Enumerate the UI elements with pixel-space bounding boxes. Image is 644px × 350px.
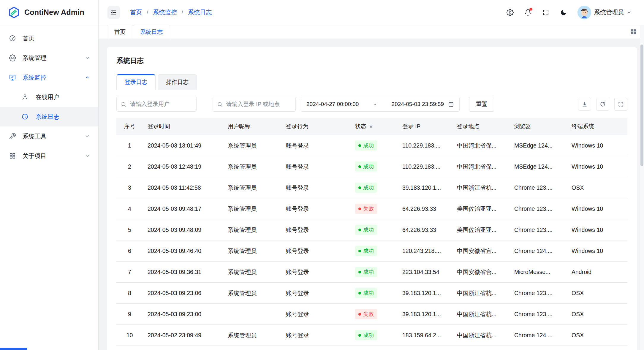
login-log-table: 序号登录时间用户昵称登录行为状态登录 IP登录地点浏览器终端系统 12024-0…	[116, 118, 627, 346]
cell-status: 失败	[350, 304, 398, 325]
filter-funnel-icon[interactable]	[369, 124, 373, 129]
brand-logo-icon	[8, 6, 20, 19]
theme-toggle-button[interactable]	[560, 9, 567, 16]
cell-status: 成功	[350, 240, 398, 262]
cell-ip: 223.104.33.54	[398, 262, 452, 283]
cell-nickname: 系统管理员	[223, 262, 281, 283]
cell-location: 中国浙江省杭...	[452, 325, 509, 346]
cell-ip: 39.183.120.1...	[398, 177, 452, 198]
chevron-up-icon	[85, 75, 90, 80]
cell-nickname: 系统管理员	[223, 219, 281, 240]
tab-login-log[interactable]: 登录日志	[116, 74, 156, 90]
sidebar-item-system-management[interactable]: 系统管理	[0, 48, 98, 68]
cell-index: 3	[116, 177, 143, 198]
cell-os: OSX	[567, 325, 627, 346]
brand[interactable]: ContiNew Admin	[0, 0, 98, 25]
cell-status: 成功	[350, 219, 398, 240]
monitor-icon	[9, 74, 16, 81]
breadcrumb-item-monitor[interactable]: 系统监控	[153, 8, 177, 16]
refresh-button[interactable]	[596, 98, 609, 111]
sidebar-item-system-monitor[interactable]: 系统监控	[0, 68, 98, 87]
search-icon	[121, 102, 126, 107]
tab-operation-log[interactable]: 操作日志	[158, 74, 197, 90]
sidebar-item-label: 关于项目	[23, 152, 85, 160]
reset-button[interactable]: 重置	[469, 97, 494, 112]
bottom-scroll-indicator	[0, 348, 27, 350]
tabstrip-actions	[630, 25, 636, 39]
sidebar-item-label: 系统管理	[23, 54, 85, 62]
breadcrumb-item-home[interactable]: 首页	[130, 8, 142, 16]
cell-os: OSX	[567, 304, 627, 325]
cell-browser: MicroMesse...	[509, 262, 567, 283]
log-table-body: 12024-05-03 13:01:49系统管理员账号登录成功110.229.1…	[116, 135, 627, 346]
scrollbar-thumb[interactable]	[640, 45, 643, 166]
export-button[interactable]	[578, 98, 591, 111]
cell-index: 2	[116, 156, 143, 177]
tab-label: 登录日志	[125, 79, 147, 85]
status-badge: 成功	[355, 288, 377, 298]
notifications-button[interactable]	[524, 9, 532, 16]
status-dot-icon	[358, 292, 361, 294]
cell-browser: MSEdge 124...	[509, 135, 567, 156]
cell-status: 成功	[350, 283, 398, 304]
sidebar-item-online-users[interactable]: 在线用户	[0, 87, 98, 107]
table-row: 52024-05-03 09:48:09系统管理员账号登录成功64.226.93…	[116, 219, 627, 240]
cell-ip: 110.229.183....	[398, 156, 452, 177]
cell-ip: 120.243.218....	[398, 240, 452, 262]
status-dot-icon	[358, 250, 361, 252]
login-user-input[interactable]	[130, 101, 192, 107]
cell-browser: Chrome 123....	[509, 283, 567, 304]
table-header-row: 序号登录时间用户昵称登录行为状态登录 IP登录地点浏览器终端系统	[116, 118, 627, 135]
login-ip-input[interactable]	[226, 101, 291, 107]
breadcrumb-separator: /	[147, 9, 148, 16]
cell-nickname: 系统管理员	[223, 135, 281, 156]
fullscreen-button[interactable]	[542, 9, 550, 16]
cell-time: 2024-05-03 11:42:58	[143, 177, 223, 198]
cell-ip: 39.183.120.1...	[398, 283, 452, 304]
pagetab-label: 系统日志	[140, 28, 163, 36]
sidebar-item-label: 首页	[23, 34, 90, 42]
cell-behavior: 账号登录	[281, 135, 350, 156]
pagetab-home[interactable]: 首页	[107, 25, 133, 39]
user-menu[interactable]: 系统管理员	[577, 6, 632, 19]
sidebar-item-home[interactable]: 首页	[0, 28, 98, 48]
sidebar-collapse-button[interactable]	[107, 6, 120, 19]
cell-os: Windows 10	[567, 240, 627, 262]
sidebar-item-system-tools[interactable]: 系统工具	[0, 126, 98, 146]
sidebar-item-about-project[interactable]: 关于项目	[0, 146, 98, 166]
clock-icon	[21, 113, 29, 120]
settings-button[interactable]	[506, 9, 514, 16]
apps-grid-icon[interactable]	[630, 29, 636, 35]
cell-behavior: 账号登录	[281, 283, 350, 304]
sidebar-item-label: 在线用户	[36, 93, 90, 101]
status-badge: 成功	[355, 246, 377, 256]
app-root: ContiNew Admin 首页 系统管理	[0, 0, 644, 350]
status-dot-icon	[358, 229, 361, 231]
sidebar-item-system-log[interactable]: 系统日志	[0, 107, 98, 126]
status-badge: 成功	[355, 267, 377, 277]
column-header: 用户昵称	[223, 118, 281, 135]
user-icon	[21, 94, 29, 101]
table-fullscreen-button[interactable]	[614, 98, 627, 111]
cell-behavior: 账号登录	[281, 262, 350, 283]
chevron-down-icon	[85, 153, 90, 159]
table-row: 22024-05-03 12:48:19系统管理员账号登录成功110.229.1…	[116, 156, 627, 177]
status-badge: 成功	[355, 183, 377, 193]
date-range-picker[interactable]: 2024-04-27 00:00:00 - 2024-05-03 23:59:5…	[301, 97, 460, 112]
cell-ip: 39.183.120.1...	[398, 304, 452, 325]
table-row: 12024-05-03 13:01:49系统管理员账号登录成功110.229.1…	[116, 135, 627, 156]
status-dot-icon	[358, 271, 361, 273]
cell-location: 美国佐治亚亚...	[452, 219, 509, 240]
cell-behavior: 账号登录	[281, 177, 350, 198]
cell-browser: Chrome 123....	[509, 304, 567, 325]
moon-icon	[560, 9, 567, 16]
table-row: 72024-05-03 09:36:31系统管理员账号登录成功223.104.3…	[116, 262, 627, 283]
cell-behavior: 账号登录	[281, 219, 350, 240]
status-dot-icon	[358, 334, 361, 337]
pagetab-system-log[interactable]: 系统日志	[133, 25, 170, 39]
cell-index: 5	[116, 219, 143, 240]
vertical-scrollbar[interactable]	[640, 25, 644, 350]
fullscreen-icon	[618, 101, 624, 107]
breadcrumb-item-system-log[interactable]: 系统日志	[188, 8, 212, 16]
status-dot-icon	[358, 144, 361, 147]
